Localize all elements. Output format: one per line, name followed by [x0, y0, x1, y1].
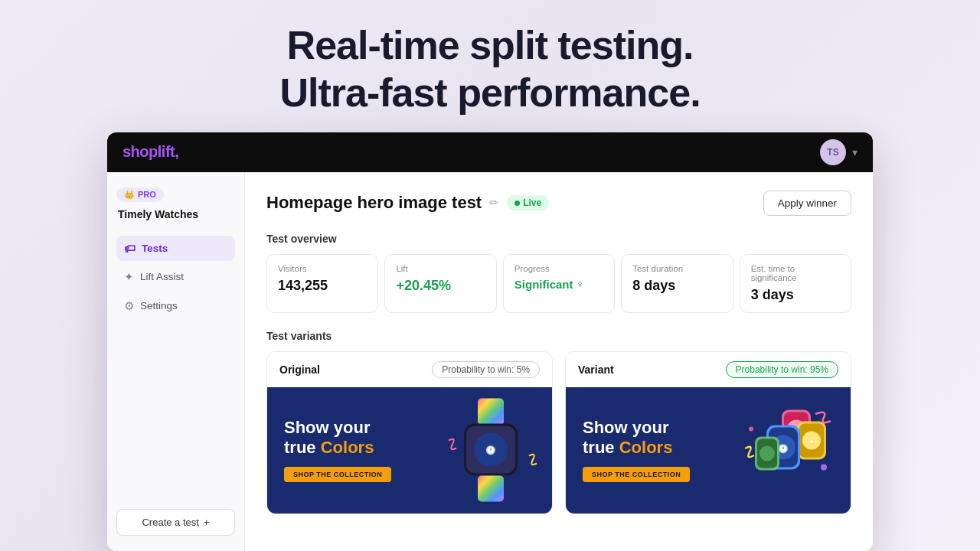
overview-cards: Visitors 143,255 Lift +20.45% Progress S… — [266, 254, 851, 313]
hero-line2: Ultra-fast performance. — [279, 70, 700, 115]
variant-header-original: Original Probability to win: 5% — [267, 352, 552, 387]
svg-text:🕐: 🕐 — [485, 445, 496, 455]
pro-badge-label: PRO — [138, 190, 156, 199]
lift-label: Lift — [396, 264, 485, 273]
prob-badge-original: Probability to win: 5% — [432, 361, 540, 378]
plus-icon: + — [204, 517, 210, 528]
app-window: shoplift, TS ▾ 👑 PRO Timely Watches 🏷 Te… — [107, 132, 873, 551]
shop-btn-original[interactable]: SHOP THE COLLECTION — [284, 467, 391, 482]
live-dot-icon — [514, 201, 520, 206]
variant-name-original: Original — [279, 364, 320, 376]
page-title: Homepage hero image test — [266, 193, 482, 213]
sidebar-item-settings-label: Settings — [140, 300, 178, 311]
sidebar-item-lift-assist-label: Lift Assist — [140, 271, 184, 282]
overview-card-progress: Progress Significant ♀ — [503, 254, 615, 313]
duration-value: 8 days — [632, 278, 721, 294]
prob-badge-variant: Probability to win: 95% — [726, 361, 838, 378]
settings-icon: ⚙ — [124, 299, 134, 313]
watch-headline-variant: Show your true Colors — [583, 418, 690, 457]
est-time-label: Est. time to significance — [751, 264, 840, 282]
overview-card-lift: Lift +20.45% — [384, 254, 496, 313]
overview-card-visitors: Visitors 143,255 — [266, 254, 378, 313]
chevron-down-icon[interactable]: ▾ — [852, 146, 858, 158]
significant-info: Significant ♀ — [514, 278, 603, 291]
apply-winner-button[interactable]: Apply winner — [763, 191, 851, 216]
sidebar: 👑 PRO Timely Watches 🏷 Tests ✦ Lift Assi… — [107, 172, 245, 551]
shop-btn-variant[interactable]: SHOP THE COLLECTION — [583, 467, 690, 482]
watch-ad-variant: Show your true Colors SHOP THE COLLECTIO… — [566, 387, 851, 514]
watch-ad-text-variant: Show your true Colors SHOP THE COLLECTIO… — [566, 403, 707, 497]
create-test-button[interactable]: Create a test + — [116, 509, 235, 536]
sidebar-item-tests[interactable]: 🏷 Tests — [116, 236, 235, 261]
svg-point-22 — [749, 427, 753, 432]
overview-card-duration: Test duration 8 days — [621, 254, 733, 313]
progress-label: Progress — [514, 264, 603, 273]
main-layout: 👑 PRO Timely Watches 🏷 Tests ✦ Lift Assi… — [107, 172, 873, 551]
main-content: Homepage hero image test ✏ Live Apply wi… — [245, 172, 873, 551]
svg-text:●: ● — [809, 438, 813, 445]
visitors-label: Visitors — [278, 264, 367, 273]
live-label: Live — [523, 197, 541, 208]
svg-text:🕐: 🕐 — [778, 443, 789, 454]
pro-badge: 👑 PRO — [116, 187, 164, 202]
tests-icon: 🏷 — [124, 242, 136, 255]
variant-card-variant: Variant Probability to win: 95% Show you… — [565, 351, 851, 514]
watch-ad-text-original: Show your true Colors SHOP THE COLLECTIO… — [267, 403, 408, 497]
top-nav: shoplift, TS ▾ — [107, 132, 873, 172]
svg-point-21 — [821, 465, 827, 471]
avatar[interactable]: TS — [820, 139, 846, 165]
lift-assist-icon: ✦ — [124, 270, 134, 284]
hero-section: Real-time split testing. Ultra-fast perf… — [279, 0, 700, 132]
lift-value: +20.45% — [396, 278, 485, 294]
crown-icon: 👑 — [124, 190, 135, 200]
svg-rect-5 — [478, 476, 504, 502]
store-name: Timely Watches — [116, 208, 235, 220]
watch-headline-original: Show your true Colors — [284, 418, 391, 457]
info-icon: ♀ — [576, 278, 584, 290]
edit-icon[interactable]: ✏ — [489, 196, 499, 210]
watch-ad-original: Show your true Colors SHOP THE COLLECTIO… — [267, 387, 552, 514]
svg-point-20 — [760, 446, 775, 461]
est-time-value: 3 days — [751, 287, 840, 303]
page-header: Homepage hero image test ✏ Live Apply wi… — [266, 191, 851, 216]
logo: shoplift, — [122, 143, 178, 161]
test-variants-title: Test variants — [266, 330, 851, 342]
create-test-label: Create a test — [142, 517, 198, 528]
svg-rect-0 — [478, 399, 504, 425]
visitors-value: 143,255 — [278, 278, 367, 294]
hero-line1: Real-time split testing. — [287, 23, 694, 67]
duration-label: Test duration — [632, 264, 721, 273]
variants-grid: Original Probability to win: 5% Show you… — [266, 351, 851, 514]
progress-value: Significant — [514, 278, 573, 291]
live-badge: Live — [507, 195, 549, 210]
variant-name-variant: Variant — [578, 364, 614, 376]
page-header-left: Homepage hero image test ✏ Live — [266, 193, 549, 213]
overview-card-est-time: Est. time to significance 3 days — [740, 254, 851, 313]
sidebar-item-settings[interactable]: ⚙ Settings — [116, 293, 235, 319]
logo-text: shoplift — [122, 143, 175, 160]
variant-header-variant: Variant Probability to win: 95% — [566, 352, 851, 387]
test-overview-title: Test overview — [266, 233, 851, 245]
sidebar-item-tests-label: Tests — [142, 243, 168, 254]
watch-visual-variant: ● ● — [736, 391, 843, 510]
sidebar-item-lift-assist[interactable]: ✦ Lift Assist — [116, 264, 235, 290]
nav-right: TS ▾ — [820, 139, 858, 165]
logo-dot: , — [175, 143, 178, 160]
variant-card-original: Original Probability to win: 5% Show you… — [266, 351, 553, 514]
watch-visual-original: 🕐 — [437, 391, 544, 510]
